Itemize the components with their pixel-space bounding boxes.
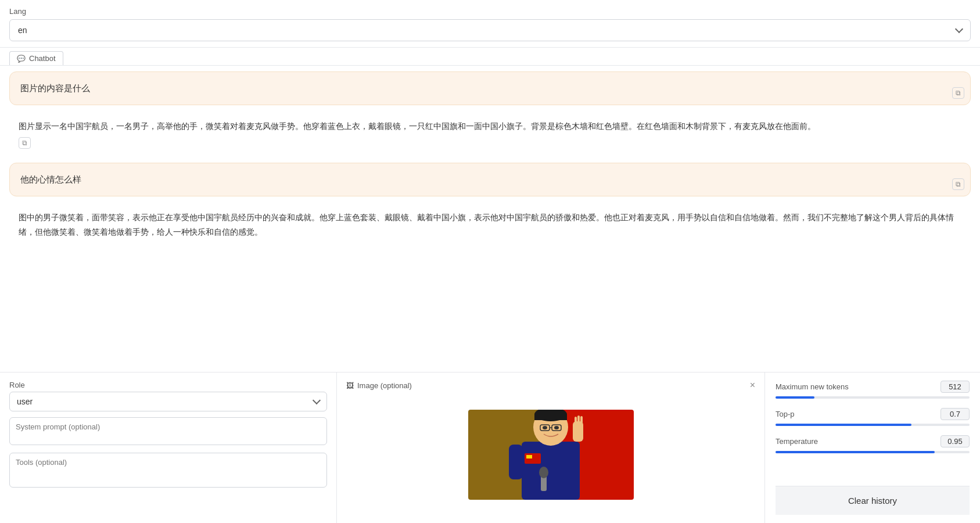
top-p-slider-fill xyxy=(776,424,911,426)
bottom-right-panel: Maximum new tokens 512 Top-p 0.7 Tem xyxy=(765,372,980,523)
copy-icon-3: ⧉ xyxy=(956,180,961,188)
system-prompt-textarea[interactable] xyxy=(9,417,327,445)
svg-point-19 xyxy=(539,467,548,478)
astronaut-image xyxy=(468,410,634,500)
bottom-left-panel: Role user xyxy=(0,372,337,523)
system-prompt-wrapper xyxy=(9,417,327,447)
lang-section: Lang en xyxy=(0,0,980,48)
assistant-message-2-text: 图中的男子微笑着，面带笑容，表示他正在享受他中国宇航员经历中的兴奋和成就。他穿上… xyxy=(19,210,961,239)
top-p-value: 0.7 xyxy=(940,408,970,420)
chatbot-tab-label[interactable]: 💬 Chatbot xyxy=(9,51,63,65)
max-tokens-header: Maximum new tokens 512 xyxy=(776,381,970,393)
user-message-1: 图片的内容是什么 ⧉ xyxy=(9,71,971,105)
user-message-1-text: 图片的内容是什么 xyxy=(20,83,90,93)
image-close-button[interactable]: × xyxy=(750,381,755,390)
svg-rect-14 xyxy=(573,421,583,442)
top-p-label: Top-p xyxy=(776,410,795,418)
image-icon: 🖼 xyxy=(346,381,354,390)
assistant-message-1: 图片显示一名中国宇航员，一名男子，高举他的手，微笑着对着麦克风做手势。他穿着蓝色… xyxy=(9,112,971,156)
svg-rect-16 xyxy=(577,415,580,424)
lang-label: Lang xyxy=(9,7,971,16)
bottom-panel: Role user 🖼 Image (optional) × xyxy=(0,372,980,523)
user-message-2: 他的心情怎么样 ⧉ xyxy=(9,163,971,196)
copy-button-user-2[interactable]: ⧉ xyxy=(952,178,964,190)
temperature-label: Temperature xyxy=(776,437,818,446)
chat-messages: 图片的内容是什么 ⧉ 图片显示一名中国宇航员，一名男子，高举他的手，微笑着对着麦… xyxy=(0,65,980,372)
tools-textarea[interactable] xyxy=(9,453,327,488)
assistant-message-2: 图中的男子微笑着，面带笑容，表示他正在享受他中国宇航员经历中的兴奋和成就。他穿上… xyxy=(9,203,971,246)
role-select[interactable]: user xyxy=(9,392,327,411)
top-p-param: Top-p 0.7 xyxy=(776,408,970,426)
temperature-param: Temperature 0.95 xyxy=(776,435,970,453)
chevron-down-icon xyxy=(955,25,963,33)
image-label-left: 🖼 Image (optional) xyxy=(346,381,412,390)
chatbot-tab-text: Chatbot xyxy=(29,54,56,63)
lang-value: en xyxy=(18,26,27,35)
chat-icon: 💬 xyxy=(17,55,26,63)
svg-rect-8 xyxy=(534,414,567,420)
role-chevron-icon xyxy=(313,396,321,404)
svg-rect-4 xyxy=(526,455,532,458)
top-p-header: Top-p 0.7 xyxy=(776,408,970,420)
temperature-value: 0.95 xyxy=(940,435,970,447)
chatbot-tab: 💬 Chatbot xyxy=(0,48,980,65)
image-header: 🖼 Image (optional) × xyxy=(346,381,755,390)
role-label: Role xyxy=(9,381,327,389)
copy-icon: ⧉ xyxy=(956,89,961,97)
bottom-middle-panel: 🖼 Image (optional) × xyxy=(337,372,765,523)
copy-icon-2: ⧉ xyxy=(22,139,27,147)
svg-rect-15 xyxy=(575,417,577,424)
main-container: Lang en 💬 Chatbot 图片的内容是什么 ⧉ xyxy=(0,0,980,523)
chat-section: 💬 Chatbot 图片的内容是什么 ⧉ 图片显示一名中国宇航员，一名男子，高举… xyxy=(0,48,980,372)
max-tokens-slider-fill xyxy=(776,396,814,399)
temperature-header: Temperature 0.95 xyxy=(776,435,970,447)
tools-wrapper xyxy=(9,453,327,489)
max-tokens-label: Maximum new tokens xyxy=(776,382,849,391)
max-tokens-slider-track[interactable] xyxy=(776,396,970,399)
svg-rect-2 xyxy=(522,442,580,500)
max-tokens-value: 512 xyxy=(940,381,970,393)
svg-rect-20 xyxy=(509,445,523,479)
top-p-slider-track[interactable] xyxy=(776,424,970,426)
image-label: Image (optional) xyxy=(357,381,412,390)
svg-point-13 xyxy=(554,426,559,429)
role-field-group: Role user xyxy=(9,381,327,411)
user-message-2-text: 他的心情怎么样 xyxy=(20,174,81,184)
temperature-slider-track[interactable] xyxy=(776,451,970,453)
clear-history-row: Clear history xyxy=(776,486,970,515)
svg-rect-17 xyxy=(580,416,583,424)
assistant-message-1-text: 图片显示一名中国宇航员，一名男子，高举他的手，微笑着对着麦克风做手势。他穿着蓝色… xyxy=(19,119,961,134)
max-tokens-param: Maximum new tokens 512 xyxy=(776,381,970,399)
copy-button-user-1[interactable]: ⧉ xyxy=(952,87,964,99)
copy-button-assistant-1[interactable]: ⧉ xyxy=(19,137,31,149)
image-preview xyxy=(346,395,755,515)
role-value: user xyxy=(17,397,33,406)
lang-select[interactable]: en xyxy=(9,19,971,41)
svg-point-12 xyxy=(543,426,547,429)
clear-history-button[interactable]: Clear history xyxy=(776,486,970,515)
temperature-slider-fill xyxy=(776,451,935,453)
